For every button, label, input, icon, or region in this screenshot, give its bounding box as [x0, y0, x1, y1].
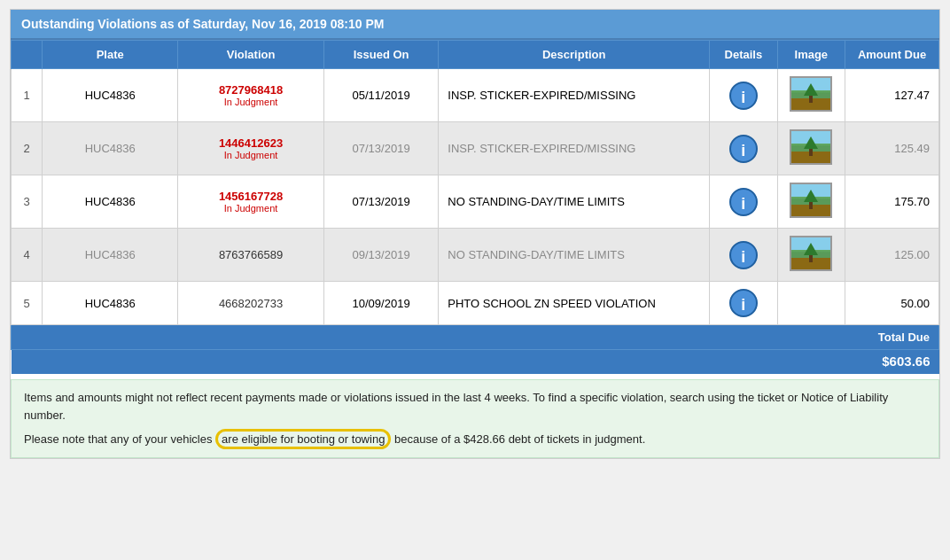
total-due-row: Total Due [12, 325, 939, 350]
notice-pre: Please note that any of your vehicles [24, 432, 215, 446]
notice-line1: Items and amounts might not reflect rece… [24, 389, 926, 424]
cell-amount: 127.47 [845, 69, 939, 122]
table-row: 4HUC4836876376658909/13/2019NO STANDING-… [12, 229, 939, 282]
cell-issued-on: 07/13/2019 [323, 175, 438, 229]
cell-issued-on: 05/11/2019 [323, 69, 438, 122]
table-row: 3HUC48361456167728In Judgment07/13/2019N… [12, 175, 939, 229]
col-num [12, 41, 43, 69]
col-image: Image [777, 41, 845, 69]
violations-container: Outstanding Violations as of Saturday, N… [10, 9, 940, 459]
cell-details[interactable]: i [710, 282, 777, 325]
cell-issued-on: 07/13/2019 [323, 122, 438, 175]
cell-description: INSP. STICKER-EXPIRED/MISSING [439, 122, 710, 175]
cell-image[interactable] [777, 175, 845, 229]
header-bar: Outstanding Violations as of Saturday, N… [11, 10, 939, 40]
violation-image[interactable] [790, 76, 832, 112]
cell-plate: HUC4836 [43, 69, 178, 122]
cell-image[interactable] [777, 122, 845, 175]
cell-issued-on: 09/13/2019 [323, 229, 438, 282]
cell-plate: HUC4836 [43, 282, 178, 325]
cell-details[interactable]: i [710, 175, 777, 229]
row-num: 1 [12, 69, 43, 122]
table-row: 5HUC4836466820273310/09/2019PHTO SCHOOL … [12, 282, 939, 325]
cell-amount: 125.49 [845, 122, 939, 175]
col-violation: Violation [178, 41, 324, 69]
row-num: 4 [12, 229, 43, 282]
notice-box: Items and amounts might not reflect rece… [11, 379, 939, 458]
cell-description: NO STANDING-DAY/TIME LIMITS [439, 229, 710, 282]
header-title: Outstanding Violations as of Saturday, N… [21, 17, 385, 31]
cell-violation[interactable]: 8727968418In Judgment [178, 69, 324, 122]
col-description: Description [439, 41, 710, 69]
table-row: 2HUC48361446412623In Judgment07/13/2019I… [12, 122, 939, 175]
info-icon[interactable]: i [729, 241, 758, 269]
col-plate: Plate [43, 41, 178, 69]
cell-amount: 175.70 [845, 175, 939, 229]
cell-image[interactable] [777, 69, 845, 122]
row-num: 2 [12, 122, 43, 175]
notice-line2: Please note that any of your vehicles ar… [24, 431, 926, 448]
cell-description: NO STANDING-DAY/TIME LIMITS [439, 175, 710, 229]
cell-details[interactable]: i [710, 69, 777, 122]
col-issued-on: Issued On [323, 41, 438, 69]
col-details: Details [710, 41, 777, 69]
info-icon[interactable]: i [729, 289, 758, 317]
cell-description: PHTO SCHOOL ZN SPEED VIOLATION [439, 282, 710, 325]
table-header-row: Plate Violation Issued On Description De… [12, 41, 939, 69]
notice-post: because of a $428.66 debt of tickets in … [391, 432, 645, 446]
cell-description: INSP. STICKER-EXPIRED/MISSING [439, 69, 710, 122]
cell-violation[interactable]: 8763766589 [178, 229, 324, 282]
info-icon[interactable]: i [729, 135, 758, 163]
cell-violation[interactable]: 4668202733 [178, 282, 324, 325]
info-icon[interactable]: i [729, 82, 758, 110]
cell-violation[interactable]: 1446412623In Judgment [178, 122, 324, 175]
row-num: 5 [12, 282, 43, 325]
cell-details[interactable]: i [710, 229, 777, 282]
cell-image[interactable] [777, 229, 845, 282]
col-amount: Amount Due [845, 41, 939, 69]
cell-image[interactable] [777, 282, 845, 325]
cell-issued-on: 10/09/2019 [323, 282, 438, 325]
cell-plate: HUC4836 [43, 175, 178, 229]
cell-details[interactable]: i [710, 122, 777, 175]
info-icon[interactable]: i [729, 188, 758, 216]
total-amount-row: $603.66 [12, 350, 939, 375]
violation-image[interactable] [790, 183, 832, 218]
violations-table: Plate Violation Issued On Description De… [11, 40, 939, 374]
cell-amount: 125.00 [845, 229, 939, 282]
violation-image[interactable] [790, 236, 832, 271]
table-row: 1HUC48368727968418In Judgment05/11/2019I… [12, 69, 939, 122]
notice-highlight: are eligible for booting or towing [215, 429, 391, 449]
total-label: Total Due [12, 325, 939, 350]
cell-violation[interactable]: 1456167728In Judgment [178, 175, 324, 229]
row-num: 3 [12, 175, 43, 229]
cell-amount: 50.00 [845, 282, 939, 325]
total-amount: $603.66 [12, 350, 939, 375]
violation-image[interactable] [790, 129, 832, 165]
cell-plate: HUC4836 [43, 122, 178, 175]
cell-plate: HUC4836 [43, 229, 178, 282]
